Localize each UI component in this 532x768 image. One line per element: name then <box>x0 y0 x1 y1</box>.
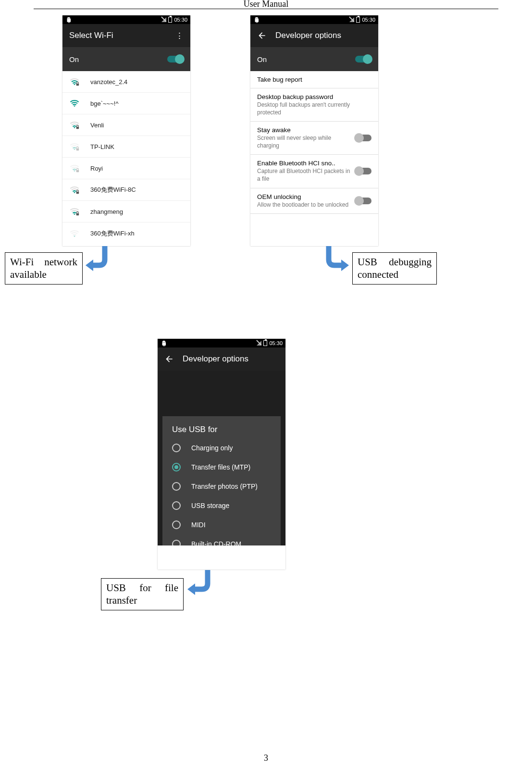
page-header-title: User Manual <box>0 0 532 9</box>
overflow-menu-icon[interactable]: ⋮ <box>175 31 184 41</box>
usb-option-label: Transfer photos (PTP) <box>191 483 258 490</box>
wifi-signal-icon <box>69 185 80 195</box>
svg-rect-3 <box>76 170 79 173</box>
callout-usb-debugging: USB debugging connected <box>352 252 437 285</box>
status-time: 05:30 <box>362 17 375 23</box>
usb-option-row[interactable]: Charging only <box>162 438 281 458</box>
back-arrow-icon[interactable] <box>164 354 174 364</box>
wifi-signal-icon <box>69 228 80 239</box>
switch-on-icon[interactable] <box>167 56 184 62</box>
usb-option-row[interactable]: Transfer files (MTP) <box>162 458 281 477</box>
wifi-signal-icon <box>69 120 80 130</box>
radio-unselected-icon[interactable] <box>172 482 181 491</box>
wifi-network-item[interactable]: Venli <box>62 114 190 136</box>
app-bar: Developer options <box>158 347 285 371</box>
usb-option-row[interactable]: MIDI <box>162 515 281 534</box>
wifi-network-item[interactable]: TP-LINK <box>62 136 190 158</box>
android-icon <box>65 16 72 23</box>
wifi-network-name: bge`~~~!^ <box>90 100 119 107</box>
usb-option-row[interactable]: Transfer photos (PTP) <box>162 477 281 496</box>
battery-icon <box>356 17 360 23</box>
wifi-network-item[interactable]: zhangmeng <box>62 201 190 223</box>
dev-option-item[interactable]: Stay awakeScreen will never sleep while … <box>250 122 378 155</box>
radio-unselected-icon[interactable] <box>172 444 181 452</box>
item-subtitle: Allow the bootloader to be unlocked <box>257 201 351 209</box>
svg-rect-0 <box>76 84 79 86</box>
switch-off-icon[interactable] <box>355 135 371 141</box>
status-time: 05:30 <box>269 340 283 346</box>
switch-on-icon[interactable] <box>355 56 371 62</box>
wifi-network-item[interactable]: Royi <box>62 158 190 179</box>
status-bar: 05:30 <box>250 15 378 24</box>
usb-option-label: Charging only <box>191 444 233 452</box>
usb-option-label: Transfer files (MTP) <box>191 463 250 471</box>
screenshot-wifi: 05:30 Select Wi-Fi ⋮ On vanzotec_2.4 bge… <box>62 15 190 246</box>
screenshot-developer-options: 05:30 Developer options On Take bug repo… <box>250 15 378 246</box>
wifi-network-item[interactable]: vanzotec_2.4 <box>62 71 190 93</box>
radio-unselected-icon[interactable] <box>172 501 181 510</box>
signal-icon <box>349 17 354 22</box>
android-icon <box>253 16 260 23</box>
app-bar: Select Wi-Fi ⋮ <box>62 24 190 47</box>
wifi-signal-icon <box>69 76 80 87</box>
wifi-signal-icon <box>69 163 80 173</box>
back-arrow-icon[interactable] <box>257 31 267 40</box>
wifi-network-name: TP-LINK <box>90 143 114 150</box>
usb-option-row[interactable]: Built-in CD-ROM <box>162 534 281 545</box>
item-subtitle: Desktop full backups aren't currently pr… <box>257 101 368 116</box>
dev-options-list: Take bug reportDesktop backup passwordDe… <box>250 71 378 246</box>
arrow-icon <box>314 244 353 274</box>
app-bar-title: Developer options <box>275 31 341 40</box>
radio-selected-icon[interactable] <box>172 463 181 471</box>
usb-option-label: USB storage <box>191 502 229 509</box>
signal-icon <box>257 341 261 346</box>
item-title: Take bug report <box>257 76 368 83</box>
radio-unselected-icon[interactable] <box>172 520 181 529</box>
item-title: Desktop backup password <box>257 93 368 100</box>
page-number: 3 <box>0 753 532 763</box>
dialog-title: Use USB for <box>162 425 281 438</box>
arrow-icon <box>186 568 219 599</box>
svg-rect-2 <box>76 149 79 151</box>
item-title: Enable Bluetooth HCI sno.. <box>257 160 351 167</box>
android-icon <box>161 340 167 347</box>
screenshot-usb-dialog: 05:30 Developer options Allow the bootlo… <box>158 339 285 570</box>
switch-off-icon[interactable] <box>355 198 371 204</box>
wifi-signal-icon <box>69 206 80 217</box>
wifi-network-item[interactable]: bge`~~~!^ <box>62 93 190 114</box>
battery-icon <box>168 17 172 23</box>
app-bar-title: Select Wi-Fi <box>69 31 113 40</box>
switch-off-icon[interactable] <box>355 168 371 174</box>
svg-rect-1 <box>76 127 79 129</box>
dev-master-toggle-row[interactable]: On <box>250 47 378 71</box>
dev-option-item[interactable]: Take bug report <box>250 71 378 88</box>
wifi-network-name: Royi <box>90 165 103 172</box>
svg-rect-5 <box>76 213 79 216</box>
wifi-network-item[interactable]: 360免费WiFi-xh <box>62 223 190 244</box>
dev-option-item[interactable]: Desktop backup passwordDesktop full back… <box>250 88 378 122</box>
radio-unselected-icon[interactable] <box>172 540 181 545</box>
callout-usb-file: USB for file transfer <box>101 578 184 610</box>
battery-icon <box>263 340 267 346</box>
status-bar: 05:30 <box>158 339 285 347</box>
wifi-signal-icon <box>69 141 80 152</box>
usb-option-label: MIDI <box>191 521 206 529</box>
dev-option-item[interactable]: Enable Bluetooth HCI sno..Capture all Bl… <box>250 155 378 188</box>
signal-icon <box>161 17 166 22</box>
status-bar: 05:30 <box>62 15 190 24</box>
wifi-signal-icon <box>69 98 80 109</box>
dev-option-item[interactable]: OEM unlockingAllow the bootloader to be … <box>250 188 378 214</box>
usb-option-row[interactable]: USB storage <box>162 496 281 515</box>
wifi-network-name: 360免费WiFi-8C <box>90 186 136 194</box>
usb-dialog: Use USB for Charging onlyTransfer files … <box>162 416 281 545</box>
wifi-network-name: zhangmeng <box>90 208 123 215</box>
wifi-network-item[interactable]: 360免费WiFi-8C <box>62 179 190 201</box>
wifi-network-list: vanzotec_2.4 bge`~~~!^ Venli TP-LINK Roy… <box>62 71 190 246</box>
wifi-master-toggle-row[interactable]: On <box>62 47 190 71</box>
item-subtitle: Screen will never sleep while charging <box>257 135 351 149</box>
arrow-icon <box>85 244 118 274</box>
toggle-label: On <box>257 55 267 63</box>
callout-wifi: Wi-Fi network available <box>5 252 83 285</box>
toggle-label: On <box>69 55 79 63</box>
item-title: OEM unlocking <box>257 193 351 200</box>
